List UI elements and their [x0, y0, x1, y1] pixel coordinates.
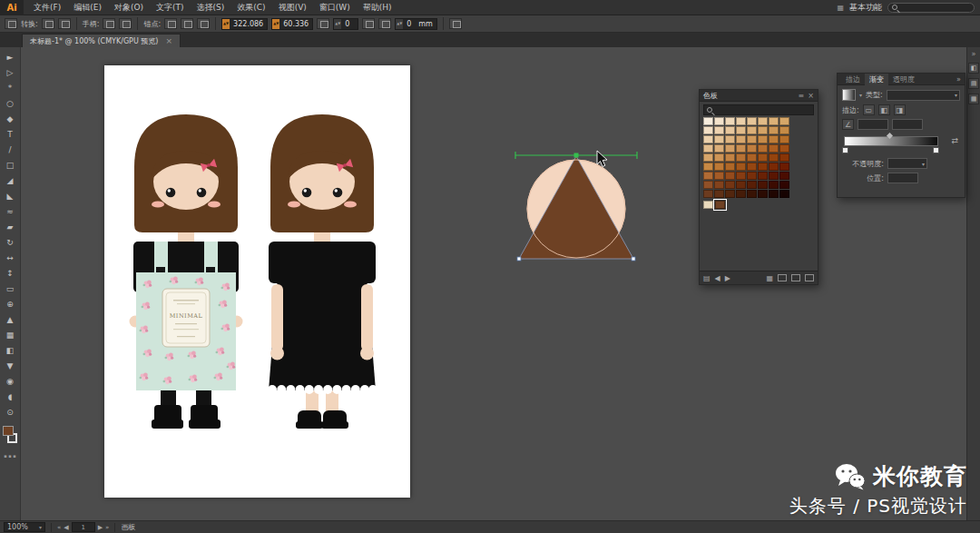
edit-shape[interactable]	[508, 145, 644, 272]
swatch[interactable]	[747, 153, 757, 162]
direct-selection-tool[interactable]: ▷	[0, 64, 21, 80]
collapse-panel-icon[interactable]: »	[956, 75, 961, 84]
next-icon[interactable]: ▶	[725, 274, 730, 282]
swatch[interactable]	[747, 126, 757, 134]
app-logo[interactable]: Ai	[0, 0, 24, 15]
swatch[interactable]	[703, 201, 713, 209]
transform-option-icon[interactable]	[58, 18, 71, 29]
canvas[interactable]: MINIMAL	[21, 47, 980, 520]
swatch[interactable]	[747, 144, 757, 153]
gradient-slider[interactable]: ⇄	[842, 134, 960, 154]
stepper-icon[interactable]: ▲▼	[334, 19, 341, 29]
swatch[interactable]	[736, 190, 746, 198]
new-folder-icon[interactable]	[778, 274, 787, 281]
swatch[interactable]	[714, 181, 724, 189]
link-dimensions-icon[interactable]	[317, 18, 329, 29]
swatch[interactable]	[758, 126, 768, 134]
transform-option-icon[interactable]	[42, 18, 54, 29]
magic-wand-tool[interactable]: *	[0, 80, 21, 95]
menu-item[interactable]: 视图(V)	[272, 0, 313, 15]
swatch[interactable]	[758, 144, 768, 153]
dock-panel-icon[interactable]: ▦	[968, 94, 979, 104]
swatch[interactable]	[703, 135, 713, 143]
swatch[interactable]	[769, 172, 779, 180]
angle-field[interactable]	[858, 119, 888, 130]
menu-item[interactable]: 编辑(E)	[67, 0, 108, 15]
girl-apron[interactable]: MINIMAL	[130, 114, 243, 429]
expand-panels-icon[interactable]: »	[972, 50, 976, 58]
swatch[interactable]	[769, 153, 779, 162]
swatch[interactable]	[747, 190, 757, 198]
scale-tool[interactable]: ↔	[0, 250, 21, 265]
y-position-field[interactable]: ▲▼ 60.336	[271, 18, 313, 30]
swatch[interactable]	[747, 135, 757, 143]
swatch[interactable]	[758, 172, 768, 180]
artboard-number-field[interactable]: 1	[72, 522, 95, 532]
swatch[interactable]	[703, 172, 713, 180]
stepper-icon[interactable]: ▲▼	[222, 19, 230, 29]
reverse-gradient-icon[interactable]: ⇄	[951, 136, 958, 145]
swatch[interactable]	[758, 153, 768, 162]
stepper-icon[interactable]: ▲▼	[396, 19, 403, 29]
swatch[interactable]	[779, 135, 789, 143]
swatch[interactable]	[747, 181, 757, 189]
swatch[interactable]	[725, 117, 735, 125]
dock-panel-icon[interactable]: ▤	[968, 78, 979, 89]
hand-tool[interactable]: ◖	[0, 389, 21, 404]
swatches-panel-titlebar[interactable]: 色板 ≡ ×	[700, 90, 818, 102]
menu-item[interactable]: 帮助(H)	[357, 0, 398, 15]
dock-panel-icon[interactable]: ◧	[968, 63, 979, 74]
anchor-point[interactable]	[632, 257, 635, 261]
swatch[interactable]	[703, 190, 713, 198]
stepper-icon[interactable]: ▲▼	[272, 19, 279, 29]
search-input[interactable]	[887, 3, 975, 13]
swatch[interactable]	[758, 163, 768, 171]
lasso-tool[interactable]: ○	[0, 95, 21, 111]
workspace-switcher[interactable]: 基本功能	[849, 2, 882, 14]
swatch[interactable]	[714, 163, 724, 171]
swatch[interactable]	[714, 144, 724, 153]
swatch[interactable]	[703, 181, 713, 189]
perspective-grid-tool[interactable]: ▲	[0, 311, 21, 327]
stroke-option-icon[interactable]: ◧	[878, 104, 890, 115]
prev-artboard-icon[interactable]: ◀	[64, 524, 68, 531]
swatch[interactable]	[736, 117, 746, 125]
tab-gradient[interactable]: 渐变	[865, 74, 888, 85]
swatch[interactable]	[703, 153, 713, 162]
swatch[interactable]	[714, 126, 724, 134]
more-options-icon[interactable]	[362, 18, 375, 29]
handle-option-icon[interactable]	[103, 18, 115, 29]
gradient-type-select[interactable]: ▾	[887, 90, 960, 101]
paintbrush-tool[interactable]: ◢	[0, 173, 21, 188]
swatch[interactable]	[779, 117, 789, 125]
swatch-libraries-icon[interactable]: ▤	[703, 274, 710, 282]
swatch[interactable]	[769, 163, 779, 171]
swatch[interactable]	[747, 117, 757, 125]
menu-item[interactable]: 文件(F)	[27, 0, 67, 15]
swatch[interactable]	[758, 135, 768, 143]
opacity-select[interactable]: ▾	[887, 158, 927, 169]
fill-stroke-indicator[interactable]	[0, 423, 21, 449]
gradient-tool[interactable]: ◧	[0, 342, 21, 358]
swatch[interactable]	[703, 144, 713, 153]
swatch[interactable]	[725, 181, 735, 189]
swatch-selected[interactable]	[715, 201, 725, 209]
gradient-stop-end[interactable]	[933, 147, 939, 153]
swatch[interactable]	[736, 163, 746, 171]
anchor-option-icon[interactable]	[164, 18, 177, 29]
more-options-icon[interactable]	[378, 18, 391, 29]
type-tool[interactable]: T	[0, 126, 21, 142]
anchor-option-icon[interactable]	[197, 18, 210, 29]
girl-dress[interactable]	[268, 114, 377, 429]
swatch[interactable]	[736, 126, 746, 134]
mesh-tool[interactable]: ▦	[0, 327, 21, 342]
eraser-tool[interactable]: ▰	[0, 219, 21, 234]
swatch[interactable]	[703, 117, 713, 125]
menu-item[interactable]: 窗口(W)	[313, 0, 357, 15]
swatch[interactable]	[779, 190, 789, 198]
swatch[interactable]	[769, 144, 779, 153]
swatch[interactable]	[769, 190, 779, 198]
stroke-option-icon[interactable]: ▭	[863, 104, 875, 115]
swatch[interactable]	[779, 144, 789, 153]
swatch[interactable]	[747, 163, 757, 171]
